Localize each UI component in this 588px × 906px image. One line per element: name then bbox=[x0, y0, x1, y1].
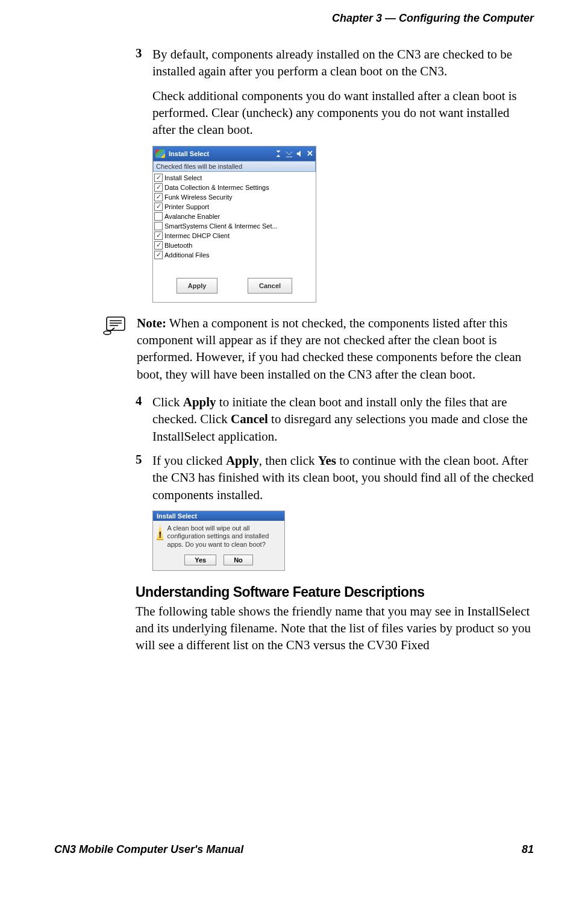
banner: Checked files will be installed bbox=[153, 161, 316, 172]
item-label: Data Collection & Intermec Settings bbox=[164, 184, 269, 191]
footer-left: CN3 Mobile Computer User's Manual bbox=[54, 843, 243, 856]
list-item: SmartSystems Client & Intermec Set... bbox=[154, 221, 314, 231]
step-5: 5 If you clicked Apply, then click Yes t… bbox=[136, 452, 534, 503]
t: Apply bbox=[183, 395, 216, 409]
item-label: Additional Files bbox=[164, 251, 210, 259]
checkbox-icon: ✓ bbox=[154, 203, 163, 211]
list-item: Avalanche Enabler bbox=[154, 212, 314, 221]
cancel-button: Cancel bbox=[248, 278, 292, 294]
t: Apply bbox=[226, 453, 259, 468]
start-flag-icon bbox=[155, 149, 165, 158]
t: Click bbox=[152, 395, 183, 409]
list-item: ✓Data Collection & Intermec Settings bbox=[154, 183, 314, 192]
step-3: 3 By default, components already install… bbox=[136, 46, 534, 139]
step-text: If you clicked Apply, then click Yes to … bbox=[152, 452, 534, 503]
checkbox-icon: ✓ bbox=[154, 231, 163, 240]
step-num: 4 bbox=[136, 394, 152, 445]
checkbox-icon: ✓ bbox=[154, 174, 163, 182]
note-label: Note: bbox=[137, 316, 166, 330]
dialog-title: Install Select bbox=[153, 511, 284, 521]
t: Yes bbox=[318, 453, 336, 468]
step-4: 4 Click Apply to initiate the clean boot… bbox=[136, 394, 534, 445]
note-icon bbox=[102, 315, 128, 383]
checkbox-icon: ✓ bbox=[154, 241, 163, 250]
button-row: Apply Cancel bbox=[153, 272, 316, 302]
list-item: ✓Bluetooth bbox=[154, 241, 314, 250]
item-label: SmartSystems Client & Intermec Set... bbox=[164, 222, 278, 230]
chapter-header: Chapter 3 — Configuring the Computer bbox=[54, 12, 534, 25]
no-button: No bbox=[224, 555, 253, 565]
sync-icon bbox=[274, 149, 283, 158]
note-block: Note: When a component is not checked, t… bbox=[102, 315, 534, 383]
checkbox-icon: ✓ bbox=[154, 183, 163, 192]
footer: CN3 Mobile Computer User's Manual 81 bbox=[54, 843, 534, 856]
section-heading: Understanding Software Feature Descripti… bbox=[136, 584, 534, 600]
checklist: ✓Install Select ✓Data Collection & Inter… bbox=[153, 172, 316, 272]
taskbar: Install Select ✕ bbox=[153, 146, 316, 161]
note-body: When a component is not checked, the com… bbox=[137, 316, 521, 382]
note-text: Note: When a component is not checked, t… bbox=[137, 315, 534, 383]
apply-button: Apply bbox=[177, 278, 218, 294]
step-text: Click Apply to initiate the clean boot a… bbox=[152, 394, 534, 445]
install-select-window: Install Select ✕ Checked files will be i… bbox=[152, 146, 316, 303]
step-num: 3 bbox=[136, 46, 152, 139]
section-para: The following table shows the friendly n… bbox=[136, 603, 534, 654]
t: , then click bbox=[259, 453, 318, 468]
close-icon: ✕ bbox=[307, 149, 313, 158]
t: If you clicked bbox=[152, 453, 226, 468]
item-label: Funk Wireless Security bbox=[164, 193, 232, 201]
dialog-buttons: Yes No bbox=[153, 552, 284, 570]
checkbox-icon: ✓ bbox=[154, 251, 163, 259]
svg-rect-0 bbox=[107, 317, 125, 330]
list-item: ✓Funk Wireless Security bbox=[154, 192, 314, 202]
signal-icon bbox=[285, 149, 293, 158]
checkbox-icon: ✓ bbox=[154, 193, 163, 201]
step-num: 5 bbox=[136, 452, 152, 503]
dialog-body: ! A clean boot will wipe out all configu… bbox=[153, 521, 284, 552]
list-item: ✓Install Select bbox=[154, 173, 314, 183]
page-number: 81 bbox=[522, 843, 534, 856]
item-label: Printer Support bbox=[164, 203, 209, 210]
checkbox-icon bbox=[154, 212, 163, 221]
item-label: Avalanche Enabler bbox=[164, 213, 220, 220]
step-text: By default, components already installed… bbox=[152, 46, 534, 139]
checkbox-icon bbox=[154, 222, 163, 230]
list-item: ✓Additional Files bbox=[154, 250, 314, 260]
warning-icon: ! bbox=[157, 524, 164, 540]
confirm-dialog: Install Select ! A clean boot will wipe … bbox=[152, 511, 285, 571]
volume-icon bbox=[296, 149, 304, 158]
item-label: Install Select bbox=[164, 174, 202, 181]
step3-para2: Check additional components you do want … bbox=[152, 87, 534, 139]
list-item: ✓Printer Support bbox=[154, 202, 314, 212]
dialog-text: A clean boot will wipe out all configura… bbox=[167, 524, 281, 549]
yes-button: Yes bbox=[184, 555, 216, 565]
step3-para1: By default, components already installed… bbox=[152, 47, 512, 78]
window-title: Install Select bbox=[169, 150, 274, 157]
list-item: ✓Intermec DHCP Client bbox=[154, 231, 314, 241]
item-label: Intermec DHCP Client bbox=[164, 232, 230, 239]
item-label: Bluetooth bbox=[164, 242, 192, 249]
t: Cancel bbox=[231, 412, 268, 426]
system-tray: ✕ bbox=[274, 149, 313, 158]
